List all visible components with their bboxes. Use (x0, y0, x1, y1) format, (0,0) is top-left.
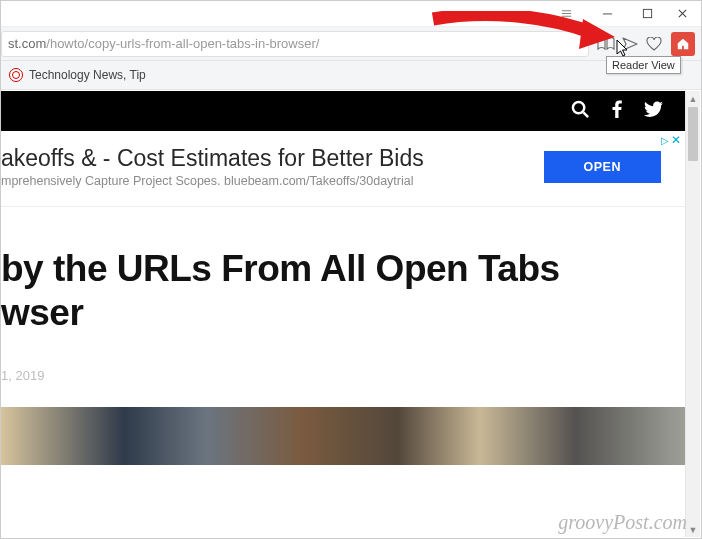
close-button[interactable] (667, 2, 697, 26)
ad-subtext: mprehensively Capture Project Scopes. bl… (1, 174, 544, 188)
favorite-icon[interactable] (645, 35, 663, 53)
url-host: st.com (8, 36, 46, 51)
maximize-button[interactable] (627, 2, 667, 26)
bookmark-item[interactable]: Technology News, Tip (29, 68, 146, 82)
scroll-up-arrow[interactable]: ▲ (686, 91, 700, 106)
scroll-down-arrow[interactable]: ▼ (686, 522, 700, 537)
bookmark-favicon (9, 68, 23, 82)
site-header (1, 91, 685, 131)
home-button[interactable] (671, 32, 695, 56)
ad-open-button[interactable]: OPEN (544, 151, 661, 183)
vertical-scrollbar[interactable]: ▲ ▼ (685, 91, 700, 537)
search-icon[interactable] (571, 100, 590, 123)
url-path: /howto/copy-urls-from-all-open-tabs-in-b… (46, 36, 319, 51)
webpage-viewport: ▷✕ akeoffs & - Cost Estimates for Better… (1, 91, 685, 537)
article-title: by the URLs From All Open Tabs wser (1, 247, 685, 334)
twitter-icon[interactable] (644, 101, 663, 121)
article-date: 1, 2019 (1, 368, 685, 383)
bookmarks-bar: Technology News, Tip (1, 61, 701, 90)
ad-headline[interactable]: akeoffs & - Cost Estimates for Better Bi… (1, 145, 544, 172)
article-body: by the URLs From All Open Tabs wser 1, 2… (1, 207, 685, 465)
svg-point-1 (573, 101, 584, 112)
adchoices-icon[interactable]: ▷✕ (661, 133, 681, 147)
facebook-icon[interactable] (612, 100, 622, 122)
annotation-arrow (431, 11, 616, 53)
scroll-thumb[interactable] (688, 107, 698, 161)
ad-banner: ▷✕ akeoffs & - Cost Estimates for Better… (1, 131, 685, 207)
article-hero-image (1, 407, 685, 465)
svg-rect-0 (643, 9, 651, 17)
mouse-cursor (616, 39, 632, 59)
watermark: groovyPost.com (558, 511, 687, 534)
